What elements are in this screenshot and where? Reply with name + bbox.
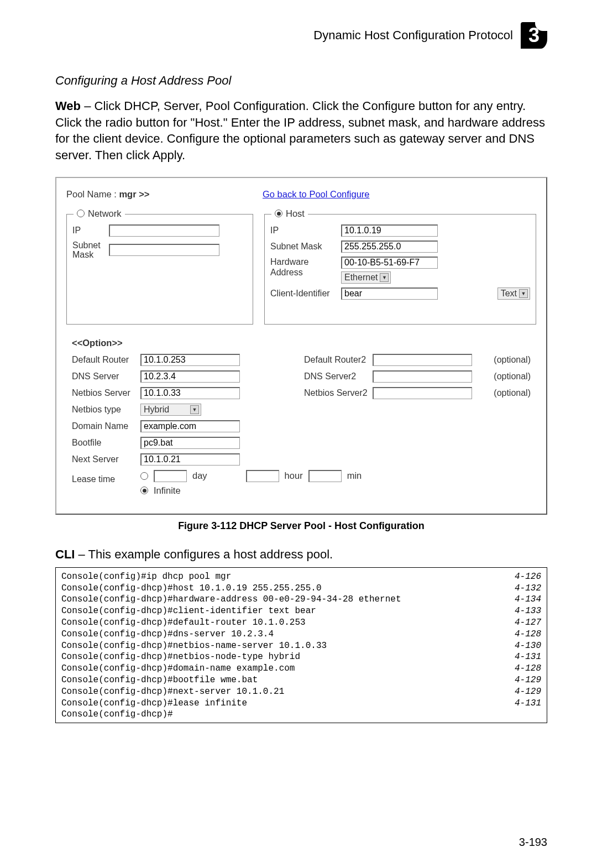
client-id-type-select[interactable]: Text ▼: [498, 287, 530, 300]
chapter-badge: 3: [521, 22, 547, 49]
chevron-down-icon: ▼: [519, 289, 528, 298]
host-hw-label: Hardware Address: [270, 257, 336, 278]
web-instructions: Web – Click DHCP, Server, Pool Configura…: [55, 98, 547, 164]
host-hw-input[interactable]: [341, 257, 438, 269]
network-ip-input[interactable]: [109, 224, 219, 237]
chevron-down-icon: ▼: [380, 273, 389, 282]
network-subnet-input[interactable]: [109, 244, 219, 256]
client-id-input[interactable]: [341, 287, 438, 300]
bootfile-input[interactable]: [140, 437, 240, 449]
cli-line: Console(config-dhcp)#netbios-node-type h…: [61, 651, 541, 663]
cli-line: Console(config-dhcp)#host 10.1.0.19 255.…: [61, 583, 541, 594]
next-server-input[interactable]: [140, 453, 240, 466]
cli-line: Console(config-dhcp)#default-router 10.1…: [61, 617, 541, 629]
host-fieldset: Host IP Subnet Mask Hardware Address: [264, 214, 536, 325]
cli-paragraph: CLI – This example configures a host add…: [55, 547, 547, 562]
cli-line: Console(config)#ip dhcp pool mgr4-126: [61, 571, 541, 583]
default-router2-input[interactable]: [373, 354, 472, 366]
host-ip-label: IP: [270, 226, 336, 236]
options-section: <<Option>> Default Router Default Router…: [66, 334, 536, 496]
page-header: Dynamic Host Configuration Protocol 3: [55, 22, 547, 49]
page-number: 3-193: [519, 836, 547, 849]
lease-hour-input[interactable]: [246, 470, 279, 482]
network-legend[interactable]: Network: [74, 208, 125, 219]
cli-line: Console(config-dhcp)#hardware-address 00…: [61, 594, 541, 605]
cli-line: Console(config-dhcp)#lease infinite4-131: [61, 698, 541, 709]
pool-name: Pool Name : mgr >>: [66, 189, 263, 200]
network-subnet-label: Subnet Mask: [72, 240, 103, 260]
go-back-link[interactable]: Go back to Pool Configure: [263, 189, 370, 200]
host-radio[interactable]: [275, 210, 282, 217]
dhcp-pool-screenshot: Pool Name : mgr >> Go back to Pool Confi…: [55, 177, 547, 515]
cli-line: Console(config-dhcp)#next-server 10.1.0.…: [61, 686, 541, 698]
lease-infinite-radio[interactable]: [140, 487, 148, 494]
header-title: Dynamic Host Configuration Protocol: [313, 28, 513, 43]
host-hw-type-select[interactable]: Ethernet ▼: [341, 271, 391, 284]
lease-custom-radio[interactable]: [140, 472, 148, 480]
dns2-input[interactable]: [373, 370, 472, 383]
client-id-label: Client-Identifier: [270, 289, 336, 299]
default-router-input[interactable]: [140, 354, 240, 366]
network-fieldset: Network IP Subnet Mask: [66, 214, 253, 325]
cli-box: Console(config)#ip dhcp pool mgr4-126Con…: [55, 567, 547, 723]
network-ip-label: IP: [72, 226, 103, 236]
chevron-down-icon: ▼: [190, 405, 199, 414]
cli-line: Console(config-dhcp)#: [61, 709, 541, 720]
cli-line: Console(config-dhcp)#client-identifier t…: [61, 605, 541, 617]
netbios-type-select[interactable]: Hybrid ▼: [140, 404, 201, 416]
lease-day-input[interactable]: [154, 470, 187, 482]
netbios-input[interactable]: [140, 387, 240, 399]
cli-line: Console(config-dhcp)#dns-server 10.2.3.4…: [61, 629, 541, 640]
lease-min-input[interactable]: [308, 470, 342, 482]
netbios2-input[interactable]: [373, 387, 472, 399]
cli-line: Console(config-dhcp)#bootfile wme.bat4-1…: [61, 674, 541, 686]
host-subnet-label: Subnet Mask: [270, 242, 336, 252]
cli-line: Console(config-dhcp)#netbios-name-server…: [61, 640, 541, 652]
dns-input[interactable]: [140, 370, 240, 383]
host-legend[interactable]: Host: [271, 208, 308, 219]
subsection-heading: Configuring a Host Address Pool: [55, 74, 547, 88]
cli-line: Console(config-dhcp)#domain-name example…: [61, 663, 541, 674]
domain-input[interactable]: [140, 420, 240, 432]
network-radio[interactable]: [77, 210, 85, 217]
host-ip-input[interactable]: [341, 224, 438, 237]
host-subnet-input[interactable]: [341, 240, 438, 253]
options-header: <<Option>>: [72, 338, 531, 348]
figure-caption: Figure 3-112 DHCP Server Pool - Host Con…: [55, 520, 547, 532]
